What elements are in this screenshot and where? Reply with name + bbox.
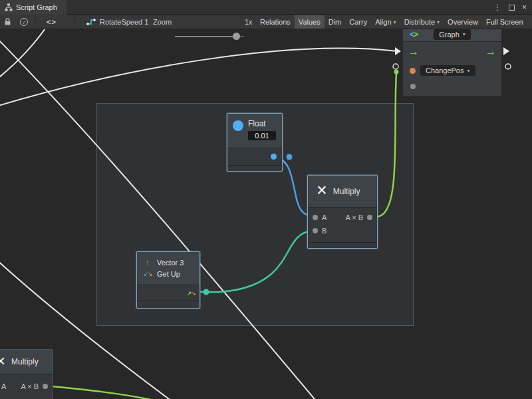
close-icon[interactable]: × (522, 3, 527, 12)
overview-button[interactable]: Overview (444, 15, 482, 29)
float-type-icon (233, 120, 243, 131)
node-multiply[interactable]: × Multiply A A × B B (307, 175, 378, 249)
node-footer (137, 301, 200, 307)
float-value-field[interactable]: 0.01 (248, 131, 276, 140)
zoom-slider-track (175, 36, 236, 37)
input-port-a[interactable] (313, 215, 318, 220)
flow-in-arrow-icon[interactable]: → (408, 46, 419, 58)
tab-script-graph[interactable]: Script Graph (0, 0, 66, 15)
carry-button[interactable]: Carry (345, 15, 371, 29)
node-multiply-2[interactable]: × Multiply A A × B (0, 349, 53, 399)
node-vector3-get-up[interactable]: ↑ Vector 3 ↙↘ Get Up ↗↘ (136, 251, 200, 309)
dim-button[interactable]: Dim (325, 15, 346, 29)
node-title: Multiply (11, 357, 39, 366)
multiply-icon: × (0, 353, 5, 369)
input-port-b[interactable] (313, 228, 318, 233)
script-graph-icon (5, 3, 13, 11)
vector3-up-icon: ↑ (142, 257, 153, 267)
float-output-port[interactable] (271, 154, 277, 160)
zoom-value: 1x (245, 18, 253, 26)
breadcrumb-graph-name[interactable]: RotateSpeed 1 (100, 18, 148, 26)
zoom-label: Zoom (153, 18, 172, 26)
chevron-down-icon: ▾ (463, 31, 466, 37)
variable-port-icon[interactable] (410, 68, 416, 74)
menu-icon[interactable]: ⋮ (493, 3, 501, 12)
graph-dropdown[interactable]: Graph▾ (434, 29, 471, 40)
edit-code-button[interactable]: <> (47, 18, 57, 26)
output-port[interactable] (367, 215, 372, 220)
distribute-button[interactable]: Distribute▾ (400, 15, 444, 29)
port-label-a: A (322, 213, 327, 221)
vector3-axes-icon: ↙↘ (142, 271, 153, 277)
tab-title: Script Graph (16, 3, 57, 11)
values-button[interactable]: Values (295, 15, 325, 29)
port-label-b: B (322, 227, 327, 235)
changepos-dropdown[interactable]: ChangePos▾ (420, 65, 475, 76)
node-float[interactable]: Float 0.01 (227, 113, 283, 172)
value-port-icon[interactable] (410, 84, 416, 89)
zoom-slider-handle[interactable] (233, 33, 240, 40)
node-footer (227, 166, 282, 171)
chevron-down-icon: ▾ (467, 68, 470, 74)
flow-out-arrow-icon[interactable]: → (485, 46, 496, 58)
vector3-output-port[interactable]: ↗↘ (187, 290, 196, 297)
node-footer (308, 243, 377, 249)
chevron-down-icon: ▾ (437, 19, 440, 25)
node-subtitle: Get Up (157, 270, 180, 278)
visual-scripting-icon: <> (410, 30, 418, 39)
node-title: Vector 3 (157, 259, 184, 267)
chevron-down-icon: ▾ (394, 19, 396, 25)
maximize-icon[interactable] (509, 5, 515, 11)
toolbar: i <> RotateSpeed 1 Zoom 1x Relations Val… (0, 15, 532, 29)
align-button[interactable]: Align▾ (371, 15, 400, 29)
port-label-a: A (1, 382, 6, 390)
port-label-out: A × B (345, 213, 363, 221)
node-title: Multiply (333, 187, 360, 196)
fullscreen-button[interactable]: Full Screen (482, 15, 527, 29)
output-port[interactable] (43, 384, 48, 389)
info-icon[interactable]: i (20, 18, 28, 26)
relations-button[interactable]: Relations (256, 15, 295, 29)
titlebar: Script Graph ⋮ × (0, 0, 532, 15)
node-graph-unit[interactable]: <> Graph▾ → → ChangePos▾ (402, 27, 502, 96)
lock-icon[interactable] (4, 18, 11, 26)
multiply-icon: × (317, 182, 327, 200)
node-title: Float (248, 119, 276, 128)
script-graph-window: Float 0.01 × Multiply A A × B (0, 0, 532, 399)
graph-reference-icon (86, 18, 96, 26)
port-label-out: A × B (21, 382, 39, 390)
